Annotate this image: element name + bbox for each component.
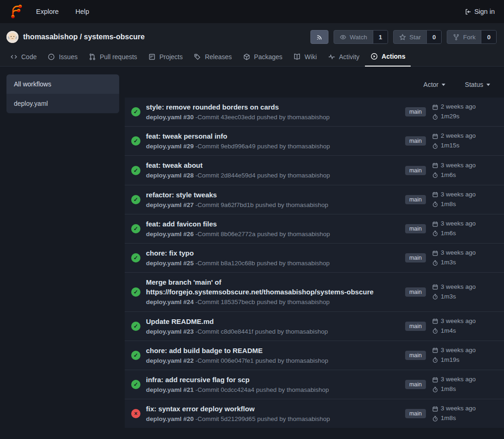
branch-badge[interactable]: main: [405, 224, 426, 233]
star-count[interactable]: 0: [426, 30, 442, 43]
run-title[interactable]: chore: fix typo: [146, 248, 377, 258]
watch-button[interactable]: Watch 1: [334, 30, 388, 44]
tab-code[interactable]: Code: [5, 48, 42, 67]
workflow-run-row[interactable]: ✓ feat: tweak personal info deploy.yaml …: [125, 126, 504, 155]
run-subtitle: deploy.yaml #25 -Commit b8a120c68b pushe…: [146, 259, 400, 268]
workflow-run-row[interactable]: ✓ feat: tweak about deploy.yaml #28 -Com…: [125, 155, 504, 184]
run-meta: 3 weeks ago 1m8s: [432, 404, 484, 423]
workflow-run-row[interactable]: ✓ chore: fix typo deploy.yaml #25 -Commi…: [125, 243, 504, 272]
sign-in-icon: [465, 8, 472, 15]
run-status-icon: ✓: [131, 253, 140, 262]
run-duration: 1m29s: [441, 112, 460, 122]
branch-badge[interactable]: main: [405, 351, 426, 360]
fork-label: Fork: [463, 34, 475, 41]
rss-button[interactable]: [310, 30, 328, 44]
run-ref[interactable]: deploy.yaml #24: [146, 299, 194, 305]
workflow-run-row[interactable]: ✓ Update README.md deploy.yaml #23 -Comm…: [125, 311, 504, 341]
repo-owner-avatar[interactable]: [6, 31, 18, 43]
stopwatch-icon: [432, 143, 438, 149]
sidebar-item-all-workflows[interactable]: All workflows: [6, 74, 119, 94]
fork-count[interactable]: 0: [481, 30, 496, 43]
actor-dropdown[interactable]: Actor: [424, 81, 446, 88]
run-duration: 1m4s: [441, 326, 456, 336]
run-duration: 1m6s: [441, 171, 456, 180]
issue-circle-icon: [48, 53, 55, 61]
nav-explore[interactable]: Explore: [36, 8, 59, 15]
tab-packages[interactable]: Packages: [237, 48, 288, 67]
run-status-icon: ✓: [131, 224, 140, 233]
branch-badge[interactable]: main: [405, 409, 426, 418]
tab-actions[interactable]: Actions: [365, 48, 411, 67]
tab-actions-label: Actions: [382, 53, 405, 60]
run-title[interactable]: refactor: style tweaks: [146, 190, 377, 200]
workflow-run-row[interactable]: × fix: syntax error deploy workflow depl…: [125, 399, 504, 428]
tab-activity[interactable]: Activity: [322, 48, 365, 67]
status-dropdown[interactable]: Status: [465, 81, 490, 88]
branch-badge[interactable]: main: [405, 287, 426, 297]
run-title[interactable]: Update README.md: [146, 317, 377, 326]
sign-in-button[interactable]: Sign in: [465, 8, 495, 15]
branch-badge[interactable]: main: [405, 107, 426, 116]
stopwatch-icon: [432, 386, 438, 393]
branch-badge[interactable]: main: [405, 322, 426, 331]
run-title[interactable]: feat: add favicon files: [146, 219, 377, 229]
run-meta: 3 weeks ago 1m3s: [432, 282, 484, 302]
run-ref[interactable]: deploy.yaml #27: [146, 201, 194, 208]
run-ref[interactable]: deploy.yaml #20: [146, 415, 194, 422]
run-ref[interactable]: deploy.yaml #30: [146, 114, 194, 121]
stopwatch-icon: [432, 328, 438, 334]
run-ref[interactable]: deploy.yaml #22: [146, 357, 194, 364]
branch-badge[interactable]: main: [405, 380, 426, 389]
run-ref[interactable]: deploy.yaml #29: [146, 143, 194, 150]
calendar-icon: [432, 221, 438, 227]
branch-badge[interactable]: main: [405, 253, 426, 262]
run-title[interactable]: fix: syntax error deploy workflow: [146, 404, 377, 414]
stopwatch-icon: [432, 114, 438, 120]
run-commit-info: -Commit 2d844e59d4 pushed by thomasabish…: [194, 172, 330, 179]
repo-breadcrumb-title[interactable]: thomasabishop / systems-obscure: [23, 33, 145, 41]
branch-badge[interactable]: main: [405, 195, 426, 204]
tab-issues[interactable]: Issues: [42, 48, 83, 67]
tab-releases[interactable]: Releases: [188, 48, 237, 67]
run-ref[interactable]: deploy.yaml #26: [146, 231, 194, 238]
run-ref[interactable]: deploy.yaml #23: [146, 328, 194, 335]
run-ref[interactable]: deploy.yaml #25: [146, 260, 194, 267]
run-age: 3 weeks ago: [441, 161, 476, 171]
forgejo-logo[interactable]: [9, 4, 24, 19]
tab-projects[interactable]: Projects: [143, 48, 188, 67]
branch-badge[interactable]: main: [405, 136, 426, 146]
fork-button[interactable]: Fork 0: [447, 30, 497, 44]
branch-badge[interactable]: main: [405, 166, 426, 175]
calendar-icon: [432, 284, 438, 290]
watch-count[interactable]: 1: [373, 30, 388, 43]
run-subtitle: deploy.yaml #27 -Commit 9a62f7bd1b pushe…: [146, 201, 400, 209]
workflow-sidebar: All workflows deploy.yaml: [6, 74, 119, 113]
run-meta: 3 weeks ago 1m8s: [432, 375, 484, 394]
tab-wiki[interactable]: Wiki: [288, 48, 322, 67]
run-duration: 1m8s: [441, 200, 456, 209]
run-subtitle: deploy.yaml #26 -Commit 8b06e2772a pushe…: [146, 230, 400, 238]
run-meta: 3 weeks ago 1m19s: [432, 346, 484, 365]
tab-pull-requests[interactable]: Pull requests: [83, 48, 143, 67]
run-ref[interactable]: deploy.yaml #21: [146, 386, 194, 393]
run-title[interactable]: chore: add build badge to README: [146, 346, 377, 355]
star-button[interactable]: Star 0: [393, 30, 442, 44]
run-title[interactable]: feat: tweak personal info: [146, 131, 377, 141]
workflow-run-row[interactable]: ✓ chore: add build badge to README deplo…: [125, 341, 504, 370]
nav-help[interactable]: Help: [75, 8, 89, 15]
workflow-run-row[interactable]: ✓ refactor: style tweaks deploy.yaml #27…: [125, 185, 504, 214]
run-subtitle: deploy.yaml #22 -Commit 006e047fe1 pushe…: [146, 357, 400, 365]
workflow-run-row[interactable]: ✓ Merge branch 'main' of https://forgejo…: [125, 272, 504, 311]
run-status-icon: ✓: [131, 351, 140, 360]
run-commit-info: -Commit 185357becb pushed by thomasabish…: [194, 299, 329, 305]
workflow-run-row[interactable]: ✓ infra: add recursive flag for scp depl…: [125, 370, 504, 399]
sidebar-item-deploy-yaml[interactable]: deploy.yaml: [6, 94, 119, 113]
run-meta: 3 weeks ago 1m4s: [432, 317, 484, 336]
run-title[interactable]: infra: add recursive flag for scp: [146, 375, 377, 384]
run-title[interactable]: style: remove rounded borders on cards: [146, 102, 377, 112]
workflow-run-row[interactable]: ✓ feat: add favicon files deploy.yaml #2…: [125, 214, 504, 243]
run-ref[interactable]: deploy.yaml #28: [146, 172, 194, 179]
run-title[interactable]: feat: tweak about: [146, 160, 377, 170]
workflow-run-row[interactable]: ✓ style: remove rounded borders on cards…: [125, 98, 504, 126]
run-title[interactable]: Merge branch 'main' of https://forgejo.s…: [146, 277, 377, 297]
